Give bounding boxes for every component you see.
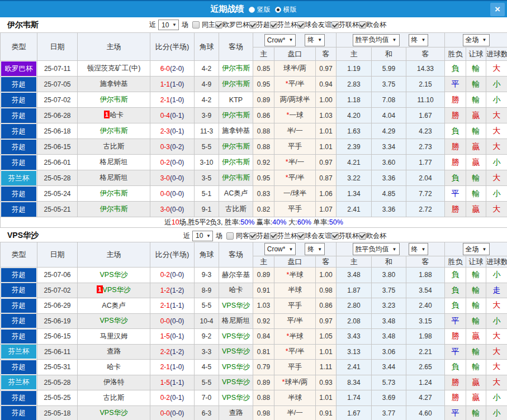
panel-title: 近期战绩: [211, 4, 244, 15]
away-team-name: 查路: [229, 409, 243, 417]
halftime-score: (0-0): [170, 190, 184, 198]
score-cell: 0-4(0-1): [150, 108, 195, 123]
league-type-badge: 芬兰杯: [1, 375, 36, 389]
league-label[interactable]: 欧会杯: [366, 20, 386, 30]
match-row: 芬超25-05-31哈卡2-1(1-0)4-5VPS华沙0.79平手1.112.…: [1, 360, 507, 375]
league-label[interactable]: 芬联杯: [339, 20, 359, 30]
layout-radio-unselected[interactable]: [249, 7, 255, 13]
league-label[interactable]: 球会友谊: [305, 20, 331, 30]
home-team-cell: 古比斯: [78, 390, 150, 406]
same-venue-checkbox[interactable]: [226, 232, 234, 240]
league-checkbox[interactable]: [359, 21, 366, 28]
same-venue-label[interactable]: 同主: [202, 20, 215, 30]
bookmaker-select[interactable]: Crow*▼: [264, 243, 296, 255]
score-cell: 2-2(1-2): [150, 344, 195, 360]
wdl-draw-cell: 4.85: [372, 186, 406, 202]
chevron-down-icon: ▼: [392, 247, 397, 252]
match-count-select[interactable]: 10▼: [192, 231, 213, 241]
score-cell: 0-0(0-0): [150, 186, 195, 202]
odds-away-cell: 0.98: [316, 283, 337, 298]
col-header-home: 主场: [78, 33, 150, 61]
league-checkbox[interactable]: [249, 232, 257, 240]
league-label[interactable]: 芬兰杯: [277, 231, 297, 241]
league-label[interactable]: 芬超: [257, 20, 270, 30]
handicap-line-cell: *平/半: [274, 344, 316, 360]
same-venue-checkbox[interactable]: [192, 21, 200, 28]
league-checkbox[interactable]: [215, 21, 222, 28]
home-team-cell: 古比斯: [78, 139, 150, 155]
wdl-home-cell: 1.87: [337, 283, 372, 298]
away-team-name: 格尼斯坦: [222, 317, 250, 324]
type-cell: 芬超: [1, 92, 37, 108]
match-row: 芬超25-06-01格尼斯坦0-2(0-0)3-10伊尔韦斯0.92*半/一0.…: [1, 155, 507, 170]
match-row: 芬超25-06-281哈卡0-4(0-1)3-9伊尔韦斯0.86*一球1.034…: [1, 108, 507, 123]
league-checkbox[interactable]: [297, 21, 305, 28]
match-row: 芬超25-05-24伊尔韦斯0-0(0-0)5-1AC奥卢0.83一/球半1.0…: [1, 186, 507, 202]
col-header-away: 客场: [219, 242, 253, 268]
wdl-avg-select[interactable]: 胜平负均值▼: [353, 243, 400, 255]
away-team-cell: AC奥卢: [219, 186, 253, 202]
same-venue-label[interactable]: 同客: [236, 231, 249, 241]
league-label[interactable]: 芬联杯: [339, 231, 359, 241]
handicap-line-cell: 平手: [274, 298, 316, 314]
wdl-avg-select[interactable]: 胜平负均值▼: [353, 34, 400, 46]
match-row: 芬兰杯25-06-11查路2-2(1-2)3-3VPS华沙0.81*平/半1.0…: [1, 344, 507, 360]
league-checkbox[interactable]: [359, 232, 366, 240]
handicap-line-cell: 平/半: [274, 313, 316, 329]
close-button[interactable]: ×: [490, 3, 505, 16]
bookmaker-select[interactable]: Crow*▼: [264, 34, 296, 46]
final-select[interactable]: 终▼: [409, 34, 429, 46]
league-checkbox[interactable]: [270, 232, 277, 240]
res-goals-cell: 小: [486, 186, 507, 202]
layout-radio-selected[interactable]: [275, 7, 281, 13]
league-checkbox[interactable]: [249, 21, 257, 28]
league-label[interactable]: 欧罗巴杯: [222, 20, 249, 30]
final-select[interactable]: 终▼: [305, 243, 325, 255]
final-select[interactable]: 终▼: [409, 243, 429, 255]
fulltime-score: 1-2: [160, 287, 170, 294]
team-name: VPS华沙: [7, 231, 39, 241]
odds-away-cell: 1.01: [316, 390, 337, 406]
header-select-group: Crow*▼终▼: [253, 242, 337, 256]
res-wdl-cell: 平: [445, 186, 466, 202]
layout-radio-label[interactable]: 横版: [283, 6, 297, 13]
league-checkbox[interactable]: [297, 232, 305, 240]
corner-cell: 3-3: [195, 344, 219, 360]
res-wdl-cell: 負: [445, 298, 466, 314]
rank-badge: 1: [97, 285, 102, 293]
col-header-odds-away: 客: [316, 256, 337, 268]
match-row: 芬超25-07-02伊尔韦斯2-1(1-0)4-2KTP0.89两/两球半1.0…: [1, 92, 507, 108]
type-cell: 芬超: [1, 405, 37, 420]
chevron-down-icon: ▼: [421, 37, 426, 42]
wdl-away-cell: 11.10: [406, 92, 445, 108]
full-match-select[interactable]: 全场▼: [463, 243, 490, 255]
res-goals-cell: 小: [486, 155, 507, 170]
wdl-home-cell: 1.34: [337, 186, 372, 202]
away-team-cell: 伊尔韦斯: [219, 155, 253, 170]
layout-radio-label[interactable]: 竖版: [257, 6, 271, 13]
fulltime-score: 0-0: [160, 317, 170, 325]
corner-cell: 9-3: [195, 268, 219, 283]
league-label[interactable]: 球会友谊: [305, 231, 331, 241]
league-label[interactable]: 芬超: [257, 231, 270, 241]
league-label[interactable]: 欧会杯: [366, 231, 386, 241]
final-select[interactable]: 终▼: [305, 34, 325, 46]
league-checkbox[interactable]: [331, 232, 339, 240]
res-handicap-cell: 輸: [466, 283, 486, 298]
wdl-draw-cell: 3.48: [372, 329, 406, 345]
league-label[interactable]: 芬兰杯: [277, 20, 297, 30]
odds-away-cell: 1.07: [316, 202, 337, 217]
line-text: 半球: [289, 332, 303, 340]
league-checkbox[interactable]: [331, 21, 339, 28]
away-team-name: 施拿钟基: [222, 127, 250, 135]
team-table-1: 伊尔韦斯近10▼场同主欧罗巴杯芬超芬兰杯球会友谊芬联杯欧会杯类型日期主场比分(半…: [0, 17, 507, 228]
res-goals-cell: 小: [486, 92, 507, 108]
col-header-odds-line: 盘口: [274, 256, 316, 268]
col-header-away: 客场: [219, 33, 253, 61]
full-match-select[interactable]: 全场▼: [463, 34, 490, 46]
type-cell: 芬超: [1, 298, 37, 314]
halftime-score: (0-0): [170, 174, 184, 182]
match-count-select[interactable]: 10▼: [158, 20, 179, 30]
league-checkbox[interactable]: [270, 21, 277, 28]
odds-home-cell: 0.92: [253, 155, 274, 170]
